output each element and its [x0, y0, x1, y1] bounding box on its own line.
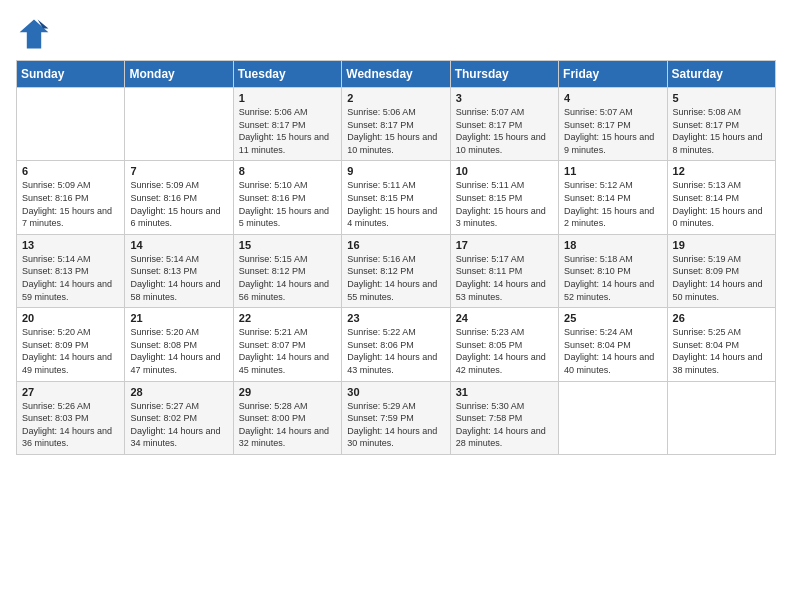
day-number: 6 [22, 165, 119, 177]
calendar-cell: 2Sunrise: 5:06 AMSunset: 8:17 PMDaylight… [342, 88, 450, 161]
day-info: Sunrise: 5:13 AMSunset: 8:14 PMDaylight:… [673, 179, 770, 229]
page-container: SundayMondayTuesdayWednesdayThursdayFrid… [0, 0, 792, 465]
calendar-cell: 22Sunrise: 5:21 AMSunset: 8:07 PMDayligh… [233, 308, 341, 381]
calendar-cell: 19Sunrise: 5:19 AMSunset: 8:09 PMDayligh… [667, 234, 775, 307]
calendar-cell: 18Sunrise: 5:18 AMSunset: 8:10 PMDayligh… [559, 234, 667, 307]
calendar-week-row: 27Sunrise: 5:26 AMSunset: 8:03 PMDayligh… [17, 381, 776, 454]
calendar-cell: 25Sunrise: 5:24 AMSunset: 8:04 PMDayligh… [559, 308, 667, 381]
calendar-cell [667, 381, 775, 454]
calendar-cell: 23Sunrise: 5:22 AMSunset: 8:06 PMDayligh… [342, 308, 450, 381]
day-info: Sunrise: 5:07 AMSunset: 8:17 PMDaylight:… [456, 106, 553, 156]
day-info: Sunrise: 5:11 AMSunset: 8:15 PMDaylight:… [347, 179, 444, 229]
day-number: 13 [22, 239, 119, 251]
calendar-cell: 20Sunrise: 5:20 AMSunset: 8:09 PMDayligh… [17, 308, 125, 381]
svg-marker-0 [20, 20, 49, 49]
weekday-header-wednesday: Wednesday [342, 61, 450, 88]
calendar-cell: 30Sunrise: 5:29 AMSunset: 7:59 PMDayligh… [342, 381, 450, 454]
day-info: Sunrise: 5:29 AMSunset: 7:59 PMDaylight:… [347, 400, 444, 450]
calendar-cell: 15Sunrise: 5:15 AMSunset: 8:12 PMDayligh… [233, 234, 341, 307]
day-number: 1 [239, 92, 336, 104]
day-number: 7 [130, 165, 227, 177]
calendar-cell: 14Sunrise: 5:14 AMSunset: 8:13 PMDayligh… [125, 234, 233, 307]
calendar-cell [559, 381, 667, 454]
day-number: 28 [130, 386, 227, 398]
day-number: 29 [239, 386, 336, 398]
day-info: Sunrise: 5:21 AMSunset: 8:07 PMDaylight:… [239, 326, 336, 376]
day-info: Sunrise: 5:28 AMSunset: 8:00 PMDaylight:… [239, 400, 336, 450]
weekday-header-friday: Friday [559, 61, 667, 88]
calendar-cell: 24Sunrise: 5:23 AMSunset: 8:05 PMDayligh… [450, 308, 558, 381]
calendar-cell [125, 88, 233, 161]
calendar-cell: 21Sunrise: 5:20 AMSunset: 8:08 PMDayligh… [125, 308, 233, 381]
calendar-cell [17, 88, 125, 161]
day-info: Sunrise: 5:19 AMSunset: 8:09 PMDaylight:… [673, 253, 770, 303]
day-number: 20 [22, 312, 119, 324]
calendar-table: SundayMondayTuesdayWednesdayThursdayFrid… [16, 60, 776, 455]
day-number: 3 [456, 92, 553, 104]
logo-icon [16, 16, 52, 52]
day-info: Sunrise: 5:22 AMSunset: 8:06 PMDaylight:… [347, 326, 444, 376]
day-number: 26 [673, 312, 770, 324]
day-info: Sunrise: 5:20 AMSunset: 8:09 PMDaylight:… [22, 326, 119, 376]
day-number: 31 [456, 386, 553, 398]
weekday-header-saturday: Saturday [667, 61, 775, 88]
calendar-cell: 7Sunrise: 5:09 AMSunset: 8:16 PMDaylight… [125, 161, 233, 234]
day-number: 24 [456, 312, 553, 324]
day-info: Sunrise: 5:30 AMSunset: 7:58 PMDaylight:… [456, 400, 553, 450]
day-number: 16 [347, 239, 444, 251]
day-number: 14 [130, 239, 227, 251]
day-info: Sunrise: 5:16 AMSunset: 8:12 PMDaylight:… [347, 253, 444, 303]
day-number: 12 [673, 165, 770, 177]
weekday-header-sunday: Sunday [17, 61, 125, 88]
day-info: Sunrise: 5:15 AMSunset: 8:12 PMDaylight:… [239, 253, 336, 303]
day-info: Sunrise: 5:08 AMSunset: 8:17 PMDaylight:… [673, 106, 770, 156]
calendar-cell: 4Sunrise: 5:07 AMSunset: 8:17 PMDaylight… [559, 88, 667, 161]
calendar-cell: 11Sunrise: 5:12 AMSunset: 8:14 PMDayligh… [559, 161, 667, 234]
header [16, 16, 776, 52]
day-number: 5 [673, 92, 770, 104]
calendar-week-row: 20Sunrise: 5:20 AMSunset: 8:09 PMDayligh… [17, 308, 776, 381]
calendar-cell: 9Sunrise: 5:11 AMSunset: 8:15 PMDaylight… [342, 161, 450, 234]
day-info: Sunrise: 5:06 AMSunset: 8:17 PMDaylight:… [239, 106, 336, 156]
day-info: Sunrise: 5:18 AMSunset: 8:10 PMDaylight:… [564, 253, 661, 303]
day-number: 8 [239, 165, 336, 177]
day-number: 11 [564, 165, 661, 177]
day-info: Sunrise: 5:27 AMSunset: 8:02 PMDaylight:… [130, 400, 227, 450]
weekday-header-tuesday: Tuesday [233, 61, 341, 88]
day-number: 10 [456, 165, 553, 177]
day-info: Sunrise: 5:12 AMSunset: 8:14 PMDaylight:… [564, 179, 661, 229]
calendar-cell: 5Sunrise: 5:08 AMSunset: 8:17 PMDaylight… [667, 88, 775, 161]
day-number: 25 [564, 312, 661, 324]
calendar-cell: 31Sunrise: 5:30 AMSunset: 7:58 PMDayligh… [450, 381, 558, 454]
day-info: Sunrise: 5:06 AMSunset: 8:17 PMDaylight:… [347, 106, 444, 156]
day-number: 2 [347, 92, 444, 104]
day-info: Sunrise: 5:20 AMSunset: 8:08 PMDaylight:… [130, 326, 227, 376]
calendar-cell: 17Sunrise: 5:17 AMSunset: 8:11 PMDayligh… [450, 234, 558, 307]
calendar-cell: 10Sunrise: 5:11 AMSunset: 8:15 PMDayligh… [450, 161, 558, 234]
day-number: 21 [130, 312, 227, 324]
day-info: Sunrise: 5:09 AMSunset: 8:16 PMDaylight:… [22, 179, 119, 229]
day-info: Sunrise: 5:14 AMSunset: 8:13 PMDaylight:… [130, 253, 227, 303]
day-number: 15 [239, 239, 336, 251]
calendar-cell: 16Sunrise: 5:16 AMSunset: 8:12 PMDayligh… [342, 234, 450, 307]
day-info: Sunrise: 5:17 AMSunset: 8:11 PMDaylight:… [456, 253, 553, 303]
calendar-week-row: 1Sunrise: 5:06 AMSunset: 8:17 PMDaylight… [17, 88, 776, 161]
day-number: 30 [347, 386, 444, 398]
calendar-cell: 27Sunrise: 5:26 AMSunset: 8:03 PMDayligh… [17, 381, 125, 454]
calendar-week-row: 13Sunrise: 5:14 AMSunset: 8:13 PMDayligh… [17, 234, 776, 307]
day-info: Sunrise: 5:10 AMSunset: 8:16 PMDaylight:… [239, 179, 336, 229]
day-number: 18 [564, 239, 661, 251]
day-info: Sunrise: 5:24 AMSunset: 8:04 PMDaylight:… [564, 326, 661, 376]
day-number: 23 [347, 312, 444, 324]
day-number: 4 [564, 92, 661, 104]
day-info: Sunrise: 5:23 AMSunset: 8:05 PMDaylight:… [456, 326, 553, 376]
weekday-header-monday: Monday [125, 61, 233, 88]
weekday-header-row: SundayMondayTuesdayWednesdayThursdayFrid… [17, 61, 776, 88]
day-info: Sunrise: 5:14 AMSunset: 8:13 PMDaylight:… [22, 253, 119, 303]
calendar-cell: 8Sunrise: 5:10 AMSunset: 8:16 PMDaylight… [233, 161, 341, 234]
day-info: Sunrise: 5:09 AMSunset: 8:16 PMDaylight:… [130, 179, 227, 229]
weekday-header-thursday: Thursday [450, 61, 558, 88]
day-number: 22 [239, 312, 336, 324]
day-info: Sunrise: 5:25 AMSunset: 8:04 PMDaylight:… [673, 326, 770, 376]
calendar-week-row: 6Sunrise: 5:09 AMSunset: 8:16 PMDaylight… [17, 161, 776, 234]
